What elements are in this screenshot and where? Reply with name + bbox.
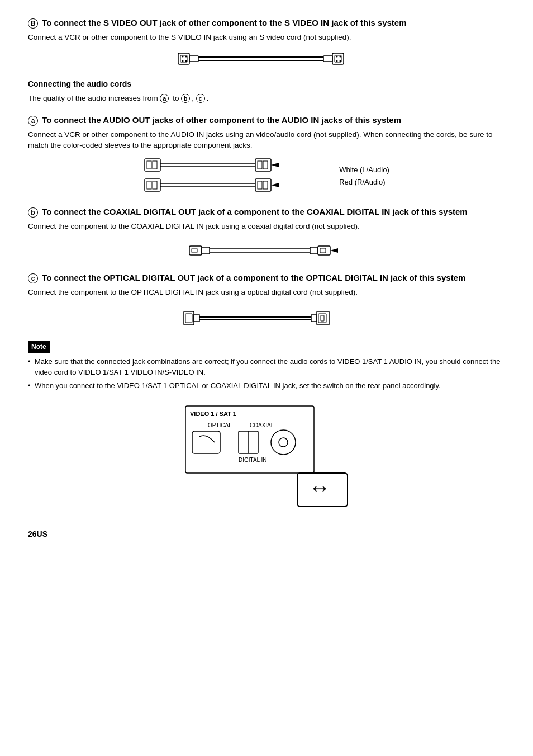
section-b: B To connect the S VIDEO OUT jack of oth… [28,17,505,69]
audio-cable-diagram: White (L/Audio) Red (R/Audio) [28,157,505,196]
svg-rect-40 [318,246,330,255]
page-number: 26US [28,529,505,540]
svg-point-13 [340,55,341,57]
section-c-body: Connect the component to the OPTICAL DIG… [28,287,505,298]
svg-rect-0 [178,53,189,64]
section-b2-heading: b To connect the COAXIAL DIGITAL OUT jac… [28,206,505,218]
svg-rect-57 [192,431,220,453]
svg-rect-44 [185,314,192,323]
section-a: a To connect the AUDIO OUT jacks of othe… [28,114,505,196]
white-audio-label: White (L/Audio) [339,165,389,175]
note-label: Note [28,341,50,353]
section-b-body: Connect a VCR or other component to the … [28,32,505,43]
svg-rect-23 [263,161,268,169]
optical-cable-diagram [28,306,505,330]
svg-rect-35 [192,248,197,253]
svg-point-8 [182,55,184,57]
svg-rect-50 [318,314,326,323]
b-circle: B [28,18,38,29]
coaxial-svg [188,239,345,262]
b2-circle: b [28,207,38,218]
circle-b-intro: b [181,94,190,103]
svg-text:VIDEO 1 / SAT 1: VIDEO 1 / SAT 1 [190,410,236,417]
circle-c-intro: c [196,94,205,103]
svg-point-61 [279,438,288,447]
section-b-heading: B To connect the S VIDEO OUT jack of oth… [28,17,505,29]
svg-rect-26 [147,181,151,189]
svg-rect-45 [194,315,199,322]
svg-marker-42 [330,248,338,253]
svideo-cable-diagram [28,49,505,69]
svg-text:COAXIAL: COAXIAL [250,422,274,428]
svg-rect-41 [320,248,326,253]
svg-marker-33 [271,183,279,187]
coaxial-cable-diagram [28,239,505,262]
svg-rect-31 [258,181,262,189]
white-label-item: White (L/Audio) [339,165,389,175]
optical-svg [183,306,350,330]
svg-point-60 [271,430,296,455]
section-c: c To connect the OPTICAL DIGITAL OUT jac… [28,272,505,330]
panel-diagram: VIDEO 1 / SAT 1 OPTICAL COAXIAL DIGITAL … [28,400,505,512]
red-label-item: Red (R/Audio) [339,177,389,187]
svg-text:DIGITAL IN: DIGITAL IN [239,457,267,463]
section-a-body: Connect a VCR or other component to the … [28,129,505,151]
svg-point-14 [336,60,338,62]
circle-a-intro: a [160,94,169,103]
section-a-heading: a To connect the AUDIO OUT jacks of othe… [28,114,505,126]
svg-rect-51 [321,315,324,321]
svg-rect-48 [311,315,317,322]
svg-text:OPTICAL: OPTICAL [208,422,232,428]
audio-intro: The quality of the audio increases from … [28,93,505,104]
svg-rect-27 [153,181,157,189]
note-item-2: When you connect to the VIDEO 1/SAT 1 OP… [28,381,505,391]
svg-rect-36 [202,247,210,254]
audio-legend: White (L/Audio) Red (R/Audio) [339,165,389,187]
svg-point-9 [185,55,187,57]
section-b2: b To connect the COAXIAL DIGITAL OUT jac… [28,206,505,262]
svg-point-12 [336,55,338,57]
svg-rect-22 [258,161,262,169]
svg-rect-18 [153,161,157,169]
svg-rect-17 [147,161,151,169]
svg-rect-5 [323,56,332,62]
audio-cords-heading: Connecting the audio cords [28,79,505,90]
svg-rect-6 [332,53,344,64]
note-section: Note Make sure that the connected jack c… [28,341,505,512]
red-audio-label: Red (R/Audio) [339,177,385,187]
svg-rect-34 [189,246,202,255]
svg-point-15 [340,60,341,62]
svideo-cable-svg [177,49,356,69]
panel-svg: VIDEO 1 / SAT 1 OPTICAL COAXIAL DIGITAL … [180,400,353,512]
svg-point-10 [182,60,184,62]
section-c-heading: c To connect the OPTICAL DIGITAL OUT jac… [28,272,505,284]
c-circle: c [28,273,38,284]
a-circle: a [28,116,38,126]
svg-marker-24 [271,163,279,167]
svg-text:↔: ↔ [308,475,331,500]
note-list: Make sure that the connected jack combin… [28,357,505,392]
audio-cords-section: Connecting the audio cords The quality o… [28,79,505,104]
svg-rect-39 [310,247,318,254]
audio-cable-svg [144,157,334,196]
svg-rect-2 [189,56,198,62]
note-item-1: Make sure that the connected jack combin… [28,357,505,378]
section-b2-body: Connect the component to the COAXIAL DIG… [28,221,505,232]
svg-point-11 [185,60,187,62]
svg-rect-32 [263,181,268,189]
